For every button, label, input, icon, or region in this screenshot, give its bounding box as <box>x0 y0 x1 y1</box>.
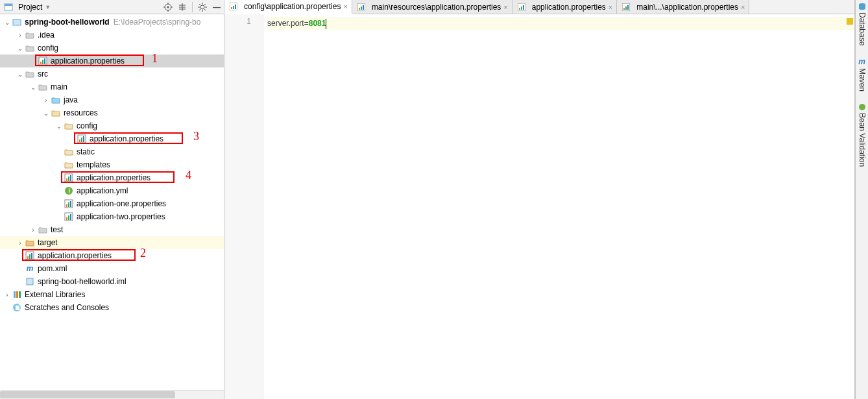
chevron-right-icon[interactable]: › <box>3 291 12 298</box>
folder-icon <box>64 160 74 170</box>
tree-item-java[interactable]: › java <box>0 93 224 106</box>
locate-button[interactable] <box>161 1 175 14</box>
svg-rect-64 <box>523 5 524 10</box>
chevron-down-icon[interactable]: ⌄ <box>29 84 38 91</box>
svg-rect-31 <box>66 178 67 181</box>
svg-rect-23 <box>40 62 42 64</box>
chevron-right-icon[interactable]: › <box>16 239 25 247</box>
properties-file-icon <box>77 134 87 144</box>
tree-label: application-two.properties <box>77 212 165 221</box>
chevron-right-icon[interactable]: › <box>42 97 51 104</box>
tool-window-database[interactable]: Database <box>858 3 867 45</box>
tree-item-resources[interactable]: ⌄ resources <box>0 106 224 119</box>
tree-item-static[interactable]: static <box>0 145 224 158</box>
editor-tab-0[interactable]: config\application.properties × <box>224 0 352 14</box>
annotation-number-1: 1 <box>152 52 158 66</box>
folder-icon <box>64 121 74 131</box>
tree-item-pom[interactable]: m pom.xml <box>0 262 224 275</box>
svg-rect-49 <box>16 291 18 298</box>
tree-label: Scratches and Consoles <box>25 303 109 312</box>
tree-item-app-two[interactable]: application-two.properties <box>0 210 224 223</box>
svg-rect-67 <box>625 6 627 10</box>
chevron-right-icon[interactable]: › <box>16 32 25 39</box>
tree-item-config-app[interactable]: application.properties <box>0 54 224 67</box>
svg-rect-25 <box>44 58 45 64</box>
hide-button[interactable]: — <box>210 1 224 14</box>
tree-label: resources <box>64 108 98 117</box>
project-tree[interactable]: ⌄ spring-boot-helloworld E:\IdeaProjects… <box>0 14 224 390</box>
folder-icon <box>64 147 74 157</box>
svg-rect-29 <box>83 136 84 142</box>
tool-window-maven[interactable]: m Maven <box>858 57 867 91</box>
svg-rect-60 <box>363 5 364 10</box>
svg-rect-42 <box>70 214 71 220</box>
tree-item-test[interactable]: › test <box>0 223 224 236</box>
tree-item-target-app[interactable]: application.properties <box>0 249 224 262</box>
annotation-number-2: 2 <box>140 247 146 260</box>
warning-marker-icon[interactable] <box>847 18 853 25</box>
tree-item-main[interactable]: ⌄ main <box>0 80 224 93</box>
folder-icon <box>25 30 35 40</box>
editor-tab-1[interactable]: main\resources\application.properties × <box>352 0 512 14</box>
settings-button[interactable] <box>195 1 210 14</box>
svg-rect-24 <box>42 60 43 64</box>
project-title-label: Project <box>18 3 42 12</box>
properties-file-icon <box>64 212 74 222</box>
tree-label: application.properties <box>90 134 163 143</box>
editor-column: config\application.properties × main\res… <box>224 0 855 399</box>
properties-file-icon <box>38 56 48 66</box>
svg-rect-28 <box>81 138 82 142</box>
svg-line-19 <box>204 4 206 5</box>
close-icon[interactable]: × <box>503 3 507 11</box>
folder-icon <box>38 224 48 235</box>
resource-folder-icon <box>51 108 61 118</box>
tool-label: Database <box>858 12 867 45</box>
folder-icon <box>38 82 48 92</box>
chevron-down-icon[interactable]: ⌄ <box>3 19 12 26</box>
root-name: spring-boot-helloworld <box>25 18 110 27</box>
scrollbar-thumb[interactable] <box>0 391 175 398</box>
tree-item-res-config[interactable]: ⌄ config <box>0 119 224 132</box>
close-icon[interactable]: × <box>343 3 347 10</box>
editor-body[interactable]: 1 server.port=8081 <box>224 14 854 399</box>
tree-label: config <box>38 43 58 53</box>
svg-rect-33 <box>70 175 71 181</box>
tree-root[interactable]: ⌄ spring-boot-helloworld E:\IdeaProjects… <box>0 16 224 29</box>
svg-rect-54 <box>231 7 232 9</box>
chevron-down-icon[interactable]: ⌄ <box>16 71 25 78</box>
tree-item-res-config-app[interactable]: application.properties <box>0 132 224 145</box>
tree-item-scratches[interactable]: Scratches and Consoles <box>0 301 224 314</box>
tree-item-config[interactable]: ⌄ config <box>0 42 224 54</box>
tree-item-iml[interactable]: spring-boot-helloworld.iml <box>0 275 224 288</box>
editor-tab-3[interactable]: main\...\application.properties × <box>617 0 749 14</box>
tree-horizontal-scrollbar[interactable] <box>0 390 224 399</box>
svg-line-18 <box>204 9 206 10</box>
tree-item-app-yml[interactable]: application.yml <box>0 184 224 197</box>
tool-window-bean[interactable]: Bean Validation <box>858 103 867 167</box>
tree-item-idea[interactable]: › .idea <box>0 29 224 42</box>
svg-point-72 <box>859 104 865 110</box>
chevron-down-icon[interactable]: ⌄ <box>16 45 25 52</box>
tree-item-app-one[interactable]: application-one.properties <box>0 197 224 210</box>
chevron-down-icon[interactable]: ⌄ <box>54 123 64 130</box>
property-key: server.port <box>267 19 304 28</box>
svg-rect-40 <box>66 217 67 220</box>
chevron-down-icon[interactable]: ⌄ <box>42 110 51 117</box>
tree-item-src[interactable]: ⌄ src <box>0 67 224 80</box>
expand-all-button[interactable] <box>175 1 189 14</box>
code-area[interactable]: server.port=8081 <box>263 14 854 399</box>
tree-label: application-one.properties <box>77 199 166 208</box>
close-icon[interactable]: × <box>609 3 612 11</box>
svg-rect-66 <box>623 8 625 10</box>
tab-label: config\application.properties <box>244 2 341 11</box>
chevron-right-icon[interactable]: › <box>29 226 38 234</box>
project-dropdown[interactable]: Project ▼ <box>0 3 54 12</box>
tree-item-ext-lib[interactable]: › External Libraries <box>0 288 224 301</box>
code-line-1[interactable]: server.port=8081 <box>267 17 854 30</box>
tree-item-target[interactable]: › target <box>0 236 224 249</box>
svg-line-20 <box>199 9 200 10</box>
close-icon[interactable]: × <box>741 3 745 11</box>
maven-icon: m <box>858 57 865 66</box>
svg-point-12 <box>200 5 204 9</box>
editor-tab-2[interactable]: application.properties × <box>512 0 618 14</box>
